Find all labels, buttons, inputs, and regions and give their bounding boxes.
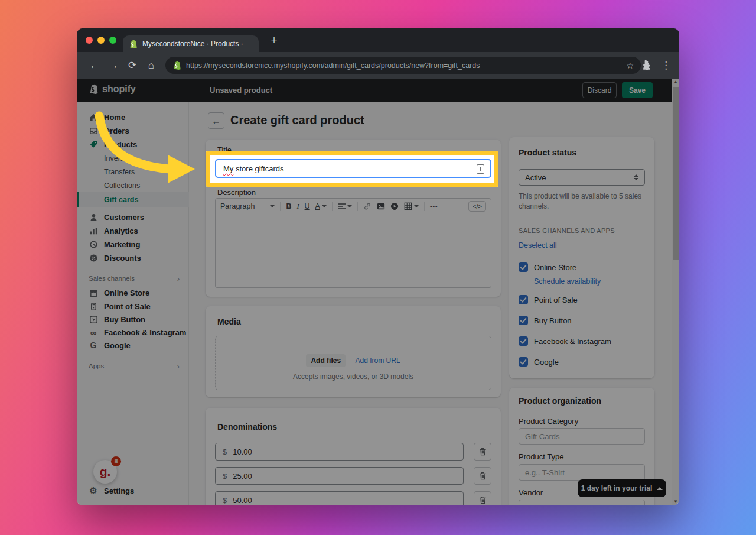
- channel-checkbox-row[interactable]: Google: [519, 357, 559, 367]
- active-indicator-bar: [77, 192, 79, 207]
- forward-icon[interactable]: →: [104, 60, 123, 72]
- sidebar-item-settings[interactable]: ⚙ Settings: [77, 484, 189, 498]
- back-icon[interactable]: ←: [85, 60, 104, 72]
- checkbox-checked-icon[interactable]: [519, 316, 528, 325]
- chevron-down-icon: [347, 205, 352, 207]
- customers-icon: [89, 212, 98, 222]
- trial-countdown-pill[interactable]: 1 day left in your trial: [578, 479, 666, 497]
- google-g-icon: G: [89, 341, 98, 350]
- save-button[interactable]: Save: [622, 82, 653, 98]
- discard-button[interactable]: Discard: [582, 82, 617, 98]
- sidebar-item-marketing[interactable]: Marketing: [77, 237, 189, 251]
- apps-header[interactable]: Apps ›: [77, 360, 189, 372]
- status-select[interactable]: Active: [519, 169, 645, 186]
- scroll-up-icon[interactable]: ▲: [672, 79, 679, 86]
- home-browser-icon[interactable]: ⌂: [142, 60, 161, 72]
- insert-image-icon[interactable]: [377, 202, 385, 210]
- chevron-down-icon: [270, 205, 275, 207]
- sidebar-item-online-store[interactable]: Online Store: [77, 286, 189, 300]
- product-type-input[interactable]: [519, 464, 645, 481]
- add-from-url-link[interactable]: Add from URL: [356, 356, 400, 365]
- paragraph-style-dropdown[interactable]: Paragraph: [220, 202, 275, 210]
- description-textarea[interactable]: [215, 214, 491, 288]
- more-options-button[interactable]: •••: [430, 203, 438, 210]
- traffic-light-minimize-icon[interactable]: [97, 37, 105, 44]
- address-bar[interactable]: https://mysecondstorenice.myshopify.com/…: [165, 57, 641, 74]
- vendor-label: Vendor: [519, 488, 543, 497]
- sidebar-item-customers[interactable]: Customers: [77, 210, 189, 224]
- new-tab-button[interactable]: +: [267, 33, 281, 47]
- traffic-light-close-icon[interactable]: [86, 37, 93, 44]
- insert-link-icon[interactable]: [363, 202, 372, 210]
- delete-denomination-button[interactable]: [474, 467, 491, 485]
- page-scrollbar[interactable]: ▲ ▼: [672, 79, 679, 505]
- channel-checkbox-row[interactable]: Point of Sale: [519, 295, 578, 304]
- denomination-input[interactable]: $10.00: [215, 443, 464, 461]
- extensions-icon[interactable]: [641, 60, 651, 70]
- annotation-arrow: [89, 111, 213, 185]
- deselect-all-link[interactable]: Deselect all: [519, 241, 557, 249]
- checkbox-checked-icon[interactable]: [519, 295, 528, 304]
- delete-denomination-button[interactable]: [474, 443, 491, 461]
- sales-channels-header[interactable]: Sales channels ›: [77, 273, 189, 284]
- analytics-icon: [89, 226, 98, 235]
- product-organization-heading: Product organization: [519, 396, 601, 406]
- discounts-icon: [89, 253, 98, 262]
- bookmark-star-icon[interactable]: ☆: [626, 61, 634, 70]
- gear-icon: ⚙: [89, 486, 98, 495]
- channel-checkbox-row[interactable]: Online Store: [519, 262, 576, 272]
- sidebar-item-gift-cards[interactable]: Gift cards: [77, 192, 189, 207]
- checkbox-checked-icon[interactable]: [519, 336, 528, 346]
- chevron-down-icon: [322, 205, 327, 207]
- media-hint: Accepts images, videos, or 3D models: [216, 372, 491, 381]
- checkbox-checked-icon[interactable]: [519, 357, 528, 367]
- product-type-label: Product Type: [519, 452, 563, 461]
- bold-button[interactable]: B: [286, 202, 291, 210]
- product-category-input[interactable]: [519, 428, 645, 445]
- show-html-button[interactable]: </>: [468, 201, 486, 212]
- schedule-availability-link[interactable]: Schedule availability: [534, 277, 601, 286]
- chevron-right-icon: ›: [177, 362, 180, 371]
- sidebar-item-point-of-sale[interactable]: Point of Sale: [77, 299, 189, 313]
- sidebar-item-buy-button[interactable]: Buy Button: [77, 312, 189, 326]
- channel-checkbox-row[interactable]: Buy Button: [519, 316, 572, 325]
- italic-button[interactable]: I: [296, 202, 299, 211]
- scroll-down-icon[interactable]: ▼: [672, 498, 679, 505]
- denomination-input[interactable]: $25.00: [215, 467, 464, 485]
- denominations-card: Denominations $10.00 $25.00 $50.00: [206, 408, 501, 505]
- insert-table-icon[interactable]: [404, 202, 419, 210]
- text-color-button[interactable]: A: [315, 202, 327, 210]
- url-text: https://mysecondstorenice.myshopify.com/…: [186, 61, 621, 70]
- product-status-heading: Product status: [519, 148, 576, 157]
- sidebar-item-facebook-instagram[interactable]: ∞ Facebook & Instagram: [77, 325, 189, 339]
- menu-dots-icon[interactable]: ⋮: [661, 59, 671, 72]
- browser-toolbar: ← → ⟳ ⌂ https://mysecondstorenice.myshop…: [77, 52, 679, 79]
- facebook-instagram-meta-icon: ∞: [89, 328, 98, 337]
- chevron-down-icon: [414, 205, 419, 207]
- shopify-logo[interactable]: shopify: [89, 83, 136, 95]
- media-dropzone[interactable]: Add files Add from URL Accepts images, v…: [215, 336, 491, 390]
- browser-tab[interactable]: MysecondstoreNice · Products ·: [123, 35, 259, 52]
- delete-denomination-button[interactable]: [474, 491, 491, 505]
- chat-widget-badge: 8: [111, 456, 121, 466]
- underline-button[interactable]: U: [305, 202, 310, 210]
- trash-icon: [479, 448, 487, 456]
- trash-icon: [479, 472, 487, 480]
- alignment-button[interactable]: [338, 203, 352, 210]
- sidebar-item-google[interactable]: G Google: [77, 338, 189, 352]
- sidebar-item-analytics[interactable]: Analytics: [77, 223, 189, 238]
- channel-checkbox-row[interactable]: Facebook & Instagram: [519, 336, 611, 346]
- page-title: Create gift card product: [230, 114, 364, 127]
- reload-icon[interactable]: ⟳: [123, 59, 142, 72]
- vendor-input[interactable]: [519, 500, 645, 505]
- denomination-input[interactable]: $50.00: [215, 491, 464, 505]
- caret-up-icon: [657, 487, 663, 490]
- product-status-card: Product status Active This product will …: [509, 137, 654, 378]
- add-files-button[interactable]: Add files: [306, 354, 346, 367]
- scrollbar-thumb[interactable]: [673, 87, 679, 260]
- insert-video-icon[interactable]: [390, 202, 399, 210]
- sidebar-item-discounts[interactable]: Discounts: [77, 251, 189, 265]
- traffic-light-zoom-icon[interactable]: [109, 37, 116, 44]
- checkbox-checked-icon[interactable]: [519, 262, 528, 272]
- denomination-row: $50.00: [215, 491, 491, 505]
